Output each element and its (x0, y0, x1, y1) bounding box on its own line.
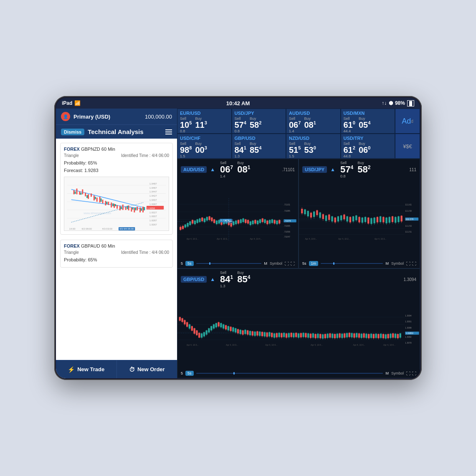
panel-footer: ⚡ New Trade ⏱ New Order (56, 360, 177, 378)
device-label: iPad (62, 100, 72, 106)
forecast-1: Forecast: 1.9283 (64, 167, 169, 175)
gbpusd-timeline[interactable] (196, 373, 383, 374)
usdjpy-time-m[interactable]: M (385, 261, 389, 266)
svg-rect-260 (179, 317, 181, 321)
svg-rect-378 (322, 334, 324, 339)
gbpusd-time-s[interactable]: 5 (181, 371, 183, 375)
expand-icon-3[interactable]: ⛶ (406, 371, 410, 376)
ticker-usdjpy[interactable]: USD/JPY Sell 574 0.8 Buy 582 (232, 109, 286, 134)
ticker-audusd-top[interactable]: AUD/USD Sell 067 1.4 Buy 081 (286, 109, 341, 134)
svg-text:4/3 4/4 05:00: 4/3 4/4 05:00 (119, 228, 134, 230)
fullscreen-icon-1[interactable]: ⛶ (291, 261, 295, 266)
dismiss-button[interactable]: Dismiss (61, 129, 84, 135)
svg-rect-51 (112, 203, 114, 206)
gbpusd-time-5s[interactable]: 5s (185, 371, 194, 376)
usdjpy-time-1m[interactable]: 1m (309, 261, 319, 266)
svg-rect-386 (332, 334, 333, 338)
svg-rect-370 (312, 334, 314, 338)
audusd-time-m[interactable]: M (264, 261, 267, 266)
svg-rect-280 (203, 332, 205, 337)
svg-rect-34 (114, 204, 115, 208)
svg-rect-82 (192, 220, 193, 224)
svg-text:1.9487: 1.9487 (149, 182, 157, 185)
svg-rect-98 (211, 218, 213, 221)
ticker-usdmxn[interactable]: USD/MXN Sell 610 44.4 Buy 054 (341, 109, 395, 134)
status-bar: iPad 📶 10:42 AM ↑↓ ⬢ 98% █ (56, 98, 420, 109)
svg-text:4/2 08:00: 4/2 08:00 (81, 228, 92, 230)
svg-rect-26 (91, 194, 92, 197)
audusd-time-s[interactable]: 5 (181, 261, 183, 266)
svg-rect-199 (334, 218, 336, 223)
svg-rect-346 (283, 333, 285, 337)
svg-rect-47 (86, 195, 88, 198)
svg-rect-181 (307, 211, 309, 216)
svg-text:111.51: 111.51 (405, 230, 412, 233)
svg-rect-27 (94, 195, 95, 200)
svg-rect-352 (290, 333, 292, 337)
tablet-frame: iPad 📶 10:42 AM ↑↓ ⬢ 98% █ 👤 Primary (US… (54, 96, 422, 380)
svg-rect-412 (363, 334, 365, 338)
svg-text:1.3088: 1.3088 (405, 327, 412, 329)
svg-rect-432 (387, 334, 389, 338)
svg-rect-41 (134, 208, 135, 213)
ticker-eurusd[interactable]: EUR/USD Sell 105 0.8 Buy 113 (177, 109, 232, 134)
ticker-nzdusd[interactable]: NZD/USD Sell 515 1.5 Buy 530 (286, 134, 341, 159)
svg-rect-55 (132, 208, 133, 210)
usdjpy-timeline[interactable] (321, 263, 383, 264)
usdjpy-time-s[interactable]: 5s (302, 261, 306, 266)
svg-text:.71047: .71047 (284, 235, 290, 238)
svg-rect-424 (377, 334, 379, 338)
identified-2: Identified Time : 4/4 06:00 (121, 250, 169, 255)
fullscreen-icon-2[interactable]: ⛶ (412, 261, 416, 266)
chart-gbpusd-body: 1.3094 1.3091 1.3088 1.30850 1.3082 1.30… (177, 290, 420, 369)
ticker-usdtry[interactable]: USD/TRY Sell 612 44.8 Buy 060 (341, 134, 395, 159)
new-trade-button[interactable]: ⚡ New Trade (56, 360, 117, 378)
ticker-row-1: EUR/USD Sell 105 0.8 Buy 113 (177, 109, 420, 134)
svg-rect-148 (271, 220, 273, 223)
svg-rect-215 (358, 217, 360, 223)
audusd-symbol-label: Symbol (270, 261, 282, 266)
fullscreen-icon-3[interactable]: ⛶ (412, 371, 416, 376)
chart-audusd-prices: Sell 067 1.4 Buy 081 (220, 161, 250, 178)
gbpusd-time-m[interactable]: M (385, 371, 389, 375)
ticker-add[interactable]: Add (395, 109, 420, 134)
chart-audusd-arrow: ▲ (210, 167, 215, 172)
svg-text:1.3079: 1.3079 (405, 342, 412, 344)
svg-rect-235 (389, 217, 390, 223)
ticker-gbpusd-top[interactable]: GBP/USD Sell 841 1.3 Buy 854 (232, 134, 286, 159)
svg-text:1.9358: 1.9358 (147, 207, 155, 210)
svg-rect-376 (319, 334, 321, 338)
svg-rect-366 (307, 334, 309, 338)
svg-rect-24 (85, 193, 86, 197)
svg-rect-76 (185, 225, 186, 228)
ticker-usdchf[interactable]: USD/CHF Sell 988 1.5 Buy 003 (177, 134, 232, 159)
svg-rect-31 (105, 201, 106, 205)
svg-rect-183 (310, 213, 312, 218)
audusd-timeline[interactable] (196, 263, 262, 264)
svg-rect-294 (220, 323, 222, 327)
chart-usdjpy-prices: Sell 574 0.8 Buy 582 (340, 161, 370, 178)
chart-usdjpy: USD/JPY ▲ Sell 574 0.8 Buy 582 (299, 159, 420, 268)
audusd-time-5s[interactable]: 5s (185, 261, 194, 266)
expand-icon-2[interactable]: ⛶ (406, 261, 410, 266)
svg-rect-154 (279, 220, 280, 224)
svg-text:1.9447: 1.9447 (149, 191, 157, 193)
chart-gbpusd-symbol: GBP/USD (181, 276, 207, 283)
battery-icon: █ (407, 100, 414, 106)
expand-icon-1[interactable]: ⛶ (285, 261, 289, 266)
svg-rect-350 (288, 333, 290, 337)
svg-rect-185 (313, 212, 315, 217)
svg-rect-408 (358, 334, 360, 338)
svg-text:1.9267: 1.9267 (149, 223, 157, 226)
svg-rect-384 (329, 334, 331, 338)
svg-text:1.9467: 1.9467 (149, 187, 157, 189)
charts-area: AUD/USD ▲ Sell 067 1.4 Buy 081 (177, 159, 420, 378)
svg-rect-23 (82, 190, 83, 195)
svg-rect-22 (79, 192, 80, 195)
svg-rect-144 (266, 221, 268, 225)
svg-rect-264 (184, 320, 185, 324)
hamburger-menu[interactable] (165, 129, 172, 134)
panel-body[interactable]: FOREX GBPNZD 60 Min Triangle Identified … (56, 139, 177, 360)
ticker-add-2[interactable]: ¥$€ (395, 134, 420, 159)
new-order-button[interactable]: ⏱ New Order (117, 360, 177, 378)
